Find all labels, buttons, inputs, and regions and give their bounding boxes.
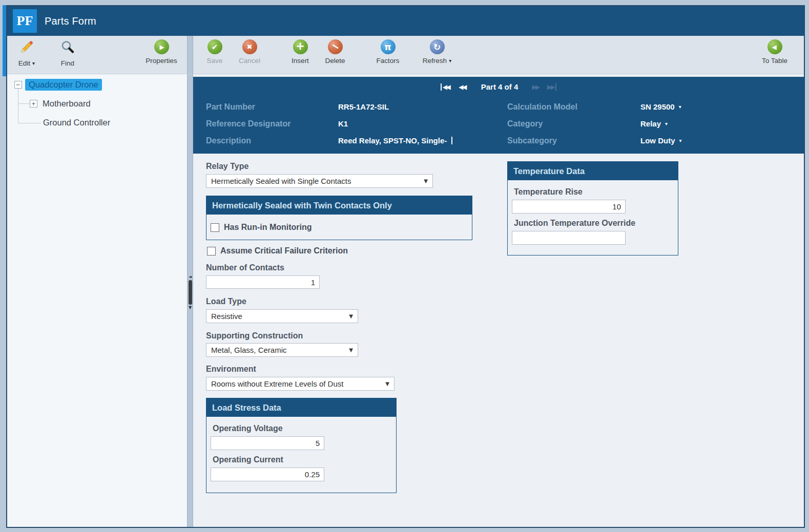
part-form-area: Relay Type Hermetically Sealed with Sing… (193, 154, 804, 527)
record-navigator: ◀◀ ◀◀ Part 4 of 4 ▶▶ ▶▶ (193, 82, 804, 91)
tree-item-quadcopter-drone[interactable]: − Quadcopter Drone (14, 79, 102, 91)
category-value[interactable]: Relay ▾ (640, 119, 799, 128)
tree-item-label[interactable]: Motherboard (40, 98, 93, 110)
supporting-construction-label: Supporting Construction (206, 331, 303, 341)
relay-type-label: Relay Type (206, 162, 248, 171)
back-arrow-icon: ◀ (767, 39, 782, 54)
splitter-collapse-icon: ◄ (189, 275, 192, 279)
properties-arrow-icon: ▶ (154, 39, 169, 54)
description-label: Description (206, 136, 338, 145)
temperature-data-section-header: Temperature Data (508, 162, 678, 180)
has-run-in-monitoring-label: Has Run-in Monitoring (224, 223, 312, 232)
dropdown-arrow-icon: ▼ (424, 178, 428, 184)
refresh-icon: ↻ (430, 39, 445, 54)
refresh-button[interactable]: ↻ Refresh ▾ (419, 39, 455, 65)
tree-item-ground-controller[interactable]: Ground Controller (41, 117, 112, 129)
collapse-expander-icon[interactable]: − (14, 81, 22, 89)
delete-button[interactable]: − Delete (320, 39, 350, 65)
description-value[interactable]: Reed Relay, SPST-NO, Single- (338, 136, 507, 145)
tree-item-label[interactable]: Ground Controller (41, 117, 112, 129)
reference-designator-label: Reference Designator (206, 119, 338, 129)
nav-next-icon[interactable]: ▶▶ (532, 83, 540, 91)
tree-item-motherboard[interactable]: + Motherboard (30, 98, 93, 110)
temperature-data-section: Temperature Data Temperature Rise Juncti… (507, 161, 678, 256)
temperature-rise-input[interactable] (512, 200, 626, 214)
chevron-down-icon: ▾ (449, 58, 451, 63)
desktop-background: PF Parts Form Edit ▾ (0, 0, 809, 532)
load-stress-section-header: Load Stress Data (206, 398, 396, 417)
checkbox-unchecked-icon[interactable] (211, 223, 219, 232)
toolbar-band: Edit ▾ Find ▶ Properties (7, 36, 804, 74)
main-toolbar: ✔ Save ✖ Cancel + Insert − Delete π Fa (193, 36, 804, 74)
factors-label: Factors (376, 57, 399, 65)
junction-temperature-override-label: Junction Temperature Override (514, 219, 674, 228)
tree-connector-line (18, 89, 18, 123)
environment-dropdown[interactable]: Rooms without Extreme Levels of Dust ▼ (206, 377, 395, 391)
temperature-rise-label: Temperature Rise (514, 187, 674, 197)
nav-last-icon[interactable]: ▶▶ (547, 83, 556, 91)
calculation-model-value[interactable]: SN 29500 ▾ (640, 102, 799, 111)
operating-voltage-input[interactable] (211, 436, 324, 450)
splitter-down-icon: ▼ (189, 306, 192, 310)
to-table-label: To Table (762, 57, 787, 65)
cancel-label: Cancel (239, 57, 260, 65)
load-type-dropdown[interactable]: Resistive ▼ (206, 309, 358, 323)
chevron-down-icon: ▾ (665, 121, 668, 126)
subcategory-value[interactable]: Low Duty ▾ (640, 136, 799, 145)
number-of-contacts-label: Number of Contacts (206, 263, 284, 272)
cancel-cross-icon: ✖ (242, 39, 257, 54)
tree-item-label[interactable]: Quadcopter Drone (25, 79, 102, 91)
load-stress-section: Load Stress Data Operating Voltage Opera… (206, 398, 397, 493)
panel-splitter[interactable]: ◄ ▼ (187, 74, 193, 527)
junction-temperature-override-input[interactable] (512, 231, 626, 245)
assume-critical-failure-checkbox-row[interactable]: Assume Critical Failure Criterion (207, 246, 348, 256)
part-header-grid: Part Number RR5-1A72-SIL Calculation Mod… (206, 98, 799, 149)
supporting-construction-dropdown[interactable]: Metal, Glass, Ceramic ▼ (206, 343, 358, 357)
parts-form-window: PF Parts Form Edit ▾ (6, 5, 805, 528)
relay-type-dropdown[interactable]: Hermetically Sealed with Single Contacts… (206, 174, 433, 188)
twin-contacts-section: Hermetically Sealed with Twin Contacts O… (206, 196, 472, 240)
nav-first-icon[interactable]: ◀◀ (441, 83, 451, 91)
find-label: Find (61, 59, 74, 67)
tree-connector-line (18, 103, 30, 104)
assume-critical-failure-label: Assume Critical Failure Criterion (220, 246, 348, 256)
splitter-handle[interactable]: ◄ ▼ (188, 275, 193, 310)
expand-expander-icon[interactable]: + (30, 100, 37, 108)
text-cursor (451, 137, 452, 144)
environment-label: Environment (206, 365, 256, 374)
factors-button[interactable]: π Factors (372, 39, 403, 65)
properties-button[interactable]: ▶ Properties (140, 39, 183, 65)
save-check-icon: ✔ (208, 39, 222, 54)
operating-current-input[interactable] (211, 467, 324, 481)
main-panel: ◀◀ ◀◀ Part 4 of 4 ▶▶ ▶▶ Part Number RR5-… (193, 74, 804, 527)
pencil-icon (19, 39, 34, 57)
nav-previous-icon[interactable]: ◀◀ (459, 83, 467, 91)
insert-button[interactable]: + Insert (285, 39, 316, 65)
left-toolbar: Edit ▾ Find ▶ Properties (7, 36, 187, 74)
part-header-banner: ◀◀ ◀◀ Part 4 of 4 ▶▶ ▶▶ Part Number RR5-… (193, 77, 804, 154)
has-run-in-monitoring-checkbox-row[interactable]: Has Run-in Monitoring (211, 223, 312, 232)
operating-voltage-label: Operating Voltage (213, 424, 392, 433)
cancel-button[interactable]: ✖ Cancel (234, 39, 265, 65)
search-icon (60, 39, 75, 57)
save-label: Save (207, 57, 223, 65)
tree-connector-line (18, 123, 41, 123)
edit-button[interactable]: Edit ▾ (11, 39, 42, 67)
save-button[interactable]: ✔ Save (199, 39, 230, 65)
pi-icon: π (381, 39, 396, 54)
number-of-contacts-input[interactable] (206, 275, 320, 289)
chevron-down-icon: ▾ (32, 60, 35, 66)
splitter-grip (189, 280, 192, 305)
titlebar: PF Parts Form (7, 6, 804, 36)
load-type-label: Load Type (206, 297, 246, 306)
app-logo: PF (13, 9, 37, 33)
part-number-value[interactable]: RR5-1A72-SIL (338, 102, 507, 111)
body-row: − Quadcopter Drone + Motherboard Ground … (7, 74, 804, 527)
checkbox-unchecked-icon[interactable] (207, 247, 216, 256)
dropdown-arrow-icon: ▼ (385, 381, 389, 387)
find-button[interactable]: Find (52, 39, 83, 67)
tree-panel: − Quadcopter Drone + Motherboard Ground … (7, 74, 187, 527)
reference-designator-value[interactable]: K1 (338, 119, 507, 128)
to-table-button[interactable]: ◀ To Table (758, 39, 792, 65)
window-title: Parts Form (45, 15, 96, 27)
